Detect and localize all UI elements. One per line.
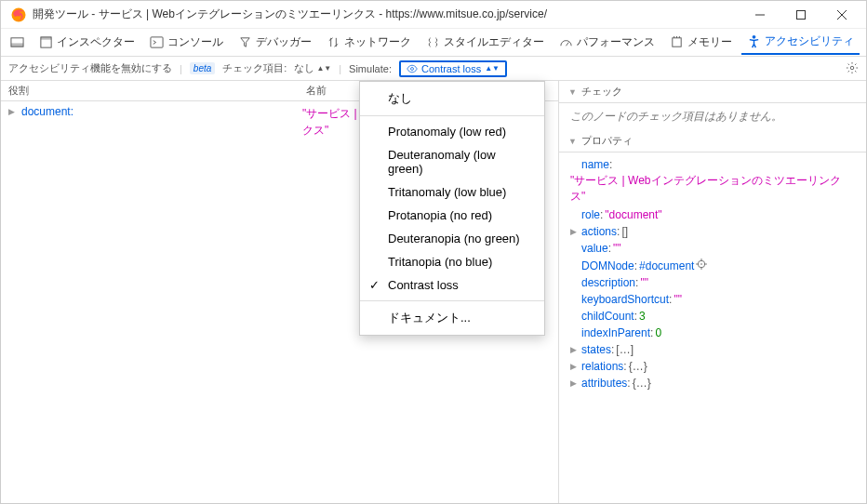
tab-style-editor[interactable]: スタイルエディター (420, 31, 550, 54)
props-header: ▼プロパティ (559, 130, 866, 153)
main-area: 役割 ▶ document: 名前 "サービス | Webインテグレーション ク… (1, 81, 866, 503)
prop-states[interactable]: ▶states […] (559, 341, 866, 358)
devtools-toolbar: インスペクター コンソール デバッガー ネットワーク スタイルエディター パフォ… (1, 29, 866, 57)
disable-a11y-link[interactable]: アクセシビリティ機能を無効にする (8, 61, 172, 75)
checks-header: ▼チェック (559, 81, 866, 103)
window-title: 開発ツール - サービス | Webインテグレーションのミツエーリンクス - h… (33, 7, 740, 22)
svg-rect-6 (11, 43, 23, 46)
check-label: チェック項目: (222, 61, 287, 75)
svg-point-24 (850, 66, 854, 70)
accessibility-subbar: アクセシビリティ機能を無効にする | beta チェック項目: なし ▲▼ | … (1, 57, 866, 81)
sim-option-contrast[interactable]: Contrast loss (360, 273, 544, 297)
tab-performance[interactable]: パフォーマンス (554, 31, 660, 54)
svg-line-10 (567, 43, 569, 46)
sim-option-doc[interactable]: ドキュメント... (360, 305, 544, 331)
prop-role: role "document" (559, 206, 866, 223)
tab-memory[interactable]: メモリー (664, 31, 738, 54)
svg-rect-9 (151, 37, 163, 47)
sim-option-tritanomaly[interactable]: Tritanomaly (low blue) (360, 180, 544, 204)
more-tools-button[interactable] (863, 32, 867, 53)
svg-rect-2 (797, 10, 806, 19)
simulate-label: Simulate: (349, 63, 392, 74)
tab-console[interactable]: コンソール (144, 31, 229, 54)
prop-indexinparent: indexInParent 0 (559, 325, 866, 341)
twisty-icon[interactable]: ▶ (8, 107, 18, 116)
target-icon[interactable] (696, 259, 707, 272)
tab-accessibility[interactable]: アクセシビリティ (741, 30, 860, 55)
close-button[interactable] (821, 1, 862, 29)
prop-actions[interactable]: ▶actions [] (559, 223, 866, 240)
simulate-menu: なし Protanomaly (low red) Deuteranomaly (… (359, 81, 545, 336)
sim-option-none[interactable]: なし (360, 86, 544, 112)
svg-rect-11 (673, 38, 681, 46)
prop-relations[interactable]: ▶relations {…} (559, 358, 866, 375)
svg-point-26 (701, 263, 703, 265)
check-dropdown[interactable]: なし ▲▼ (294, 61, 331, 75)
simulate-dropdown[interactable]: Contrast loss ▲▼ (399, 60, 507, 77)
svg-point-23 (410, 67, 413, 70)
svg-point-15 (753, 35, 755, 38)
settings-icon[interactable] (846, 61, 859, 76)
sim-option-protanomaly[interactable]: Protanomaly (low red) (360, 120, 544, 143)
prop-domnode[interactable]: DOMNode #document (559, 257, 866, 274)
no-checks-text: このノードのチェック項目はありません。 (570, 110, 782, 123)
sim-option-protanopia[interactable]: Protanopia (no red) (360, 204, 544, 227)
dock-button[interactable] (5, 32, 30, 53)
sim-option-deuteranopia[interactable]: Deuteranopia (no green) (360, 227, 544, 250)
tab-network[interactable]: ネットワーク (321, 31, 417, 54)
tab-inspector[interactable]: インスペクター (33, 31, 140, 54)
prop-value: value "" (559, 240, 866, 257)
beta-badge: beta (190, 62, 215, 74)
properties-pane: ▼チェック このノードのチェック項目はありません。 ▼プロパティ name "サ… (559, 81, 866, 503)
sim-option-tritanopia[interactable]: Tritanopia (no blue) (360, 250, 544, 273)
sim-option-deuteranomaly[interactable]: Deuteranomaly (low green) (360, 143, 544, 180)
firefox-logo-icon (10, 7, 27, 23)
tree-pane: 役割 ▶ document: 名前 "サービス | Webインテグレーション ク… (1, 81, 559, 503)
tab-debugger[interactable]: デバッガー (233, 31, 317, 54)
col-role-header: 役割 (1, 81, 299, 101)
prop-description: description "" (559, 274, 866, 291)
prop-name: name "サービス | Webインテグレーションのミツエーリンクス" (559, 156, 866, 206)
prop-kbd: keyboardShortcut "" (559, 291, 866, 308)
tree-row-document[interactable]: ▶ document: (1, 101, 299, 122)
svg-rect-8 (41, 37, 51, 40)
window-titlebar: 開発ツール - サービス | Webインテグレーションのミツエーリンクス - h… (1, 1, 866, 29)
role-label: document: (21, 105, 73, 118)
maximize-button[interactable] (780, 1, 821, 29)
minimize-button[interactable] (740, 1, 780, 29)
prop-attributes[interactable]: ▶attributes {…} (559, 375, 866, 391)
prop-childcount: childCount 3 (559, 308, 866, 325)
